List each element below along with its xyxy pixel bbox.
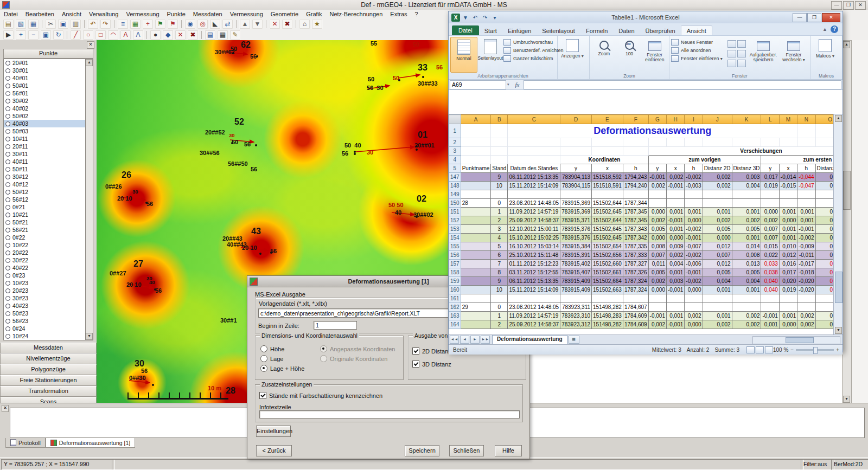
new-icon[interactable]: ▤: [3, 19, 14, 29]
column-label[interactable]: h: [797, 164, 815, 173]
cell-F158[interactable]: 1787,326: [623, 268, 648, 277]
cell-K149[interactable]: [732, 190, 761, 199]
cell[interactable]: [508, 147, 560, 156]
zoom-in-icon[interactable]: +: [15, 30, 27, 40]
cell-M149[interactable]: [779, 190, 797, 199]
menu-ansicht[interactable]: Ansicht: [58, 10, 85, 18]
cell-C164[interactable]: 25.09.2012 14:58:37: [508, 320, 560, 329]
cell-E157[interactable]: 151502,660: [592, 260, 623, 268]
sidebar-button-freiestationierungen[interactable]: Freie Stationierungen: [0, 375, 97, 386]
cell-F150[interactable]: 1787,344: [623, 199, 648, 208]
cell-G160[interactable]: 0,000: [648, 286, 666, 294]
point-list-icon[interactable]: ≡: [117, 19, 129, 29]
scroll-down-icon[interactable]: ▼: [835, 327, 842, 334]
scrollbar-thumb[interactable]: [786, 337, 814, 343]
cell-L157[interactable]: 0,033: [761, 260, 779, 268]
cell-N160[interactable]: -0,020: [797, 286, 815, 294]
split-icon[interactable]: [727, 40, 736, 48]
cell-M158[interactable]: 0,017: [779, 268, 797, 277]
cell-E158[interactable]: 151502,661: [592, 268, 623, 277]
minimize-button[interactable]: —: [831, 1, 842, 10]
point-item-10#24[interactable]: 10#24: [4, 332, 91, 340]
side-by-side-icon[interactable]: [737, 40, 746, 48]
sidebar-button-polygonzge[interactable]: Polygonzüge: [0, 364, 97, 375]
group-header[interactable]: zum vorigen: [648, 156, 761, 164]
measure-icon[interactable]: ◉: [184, 19, 196, 29]
cell-A154[interactable]: [461, 234, 491, 242]
zoom-slider-thumb[interactable]: [813, 347, 818, 354]
cell-E148[interactable]: 151518,591: [592, 182, 623, 190]
normal-view-button[interactable]: Normal: [450, 37, 477, 73]
cell-H157[interactable]: 0,004: [666, 260, 684, 268]
cell-I162[interactable]: [685, 303, 703, 312]
cell[interactable]: [666, 138, 684, 147]
cell-K152[interactable]: 0,002: [732, 216, 761, 225]
point-item-10#11[interactable]: 10#11: [4, 135, 91, 143]
cell-F160[interactable]: 1787,324: [623, 286, 648, 294]
column-label[interactable]: y: [648, 164, 666, 173]
point-item-10#22[interactable]: 10#22: [4, 241, 91, 249]
row-header-158[interactable]: 158: [449, 268, 461, 277]
cell-L156[interactable]: 0,022: [761, 251, 779, 260]
column-label[interactable]: h: [623, 164, 648, 173]
close-button[interactable]: ✕: [855, 1, 866, 10]
namebox-dropdown-icon[interactable]: ▾: [507, 82, 509, 87]
cell-A149[interactable]: [461, 190, 491, 199]
cell-J163[interactable]: 0,001: [703, 312, 732, 320]
table-icon[interactable]: ▦: [130, 19, 141, 29]
cell-J156[interactable]: 0,007: [703, 251, 732, 260]
cell[interactable]: [491, 124, 508, 138]
sidebar-button-transformation[interactable]: Transformation: [0, 386, 97, 397]
cell-B157[interactable]: 7: [491, 260, 508, 268]
row-header-156[interactable]: 156: [449, 251, 461, 260]
cell-D160[interactable]: 783915,409: [560, 286, 592, 294]
cell-D147[interactable]: 783904,113: [560, 173, 592, 182]
cell-B147[interactable]: 9: [491, 173, 508, 182]
cell-E149[interactable]: [592, 190, 623, 199]
cell-M152[interactable]: 0,000: [779, 216, 797, 225]
cell[interactable]: [508, 156, 560, 164]
cell-A155[interactable]: [461, 242, 491, 251]
cell-B161[interactable]: [491, 294, 508, 303]
cell-E150[interactable]: 151502,644: [592, 199, 623, 208]
save-icon[interactable]: ▦: [28, 19, 39, 29]
cell-D158[interactable]: 783915,407: [560, 268, 592, 277]
column-label[interactable]: Distanz 2D: [703, 164, 732, 173]
column-label[interactable]: x: [592, 164, 623, 173]
bottom-tab-deformationsauswertung[interactable]: Deformationsauswertung [1]: [46, 438, 135, 448]
cell-I159[interactable]: -0,002: [685, 277, 703, 286]
cell-H155[interactable]: 0,009: [666, 242, 684, 251]
cell-C162[interactable]: 23.08.2012 14:48:05: [508, 303, 560, 312]
settings-button[interactable]: Einstellungen: [256, 426, 291, 437]
point-item-40#01[interactable]: 40#01: [4, 74, 91, 82]
point-item-30#02[interactable]: 30#02: [4, 97, 91, 105]
cell-K164[interactable]: 0,002: [732, 320, 761, 329]
cell-A159[interactable]: [461, 277, 491, 286]
show-window-icon[interactable]: [727, 60, 736, 67]
cell[interactable]: [592, 147, 623, 156]
cell-F148[interactable]: 1794,240: [623, 182, 648, 190]
ribbon-tab-daten[interactable]: Daten: [613, 26, 640, 35]
row-header-5[interactable]: 5: [449, 164, 461, 173]
point-item-40#03[interactable]: 40#03: [4, 120, 91, 127]
cell-C153[interactable]: 12.10.2012 15:00:11: [508, 225, 560, 234]
cell[interactable]: [623, 138, 648, 147]
cell-A161[interactable]: [461, 294, 491, 303]
delete-all-icon[interactable]: ✖: [282, 19, 293, 29]
cell-F149[interactable]: [623, 190, 648, 199]
verschiebungen-header[interactable]: Verschiebungen: [648, 147, 843, 156]
cell-J147[interactable]: 0,002: [703, 173, 732, 182]
cell-F162[interactable]: 1784,607: [623, 303, 648, 312]
excel-titlebar[interactable]: X ▼ ↶ ↷ ▾ Tabelle1 - Microsoft Excel — ❐…: [449, 11, 843, 23]
point-item-50#11[interactable]: 50#11: [4, 165, 91, 173]
cell-K154[interactable]: 0,001: [732, 234, 761, 242]
menu-extras[interactable]: Extras: [386, 10, 411, 18]
text-tool-icon[interactable]: A: [120, 30, 131, 40]
row-header-164[interactable]: 164: [449, 320, 461, 329]
cell[interactable]: [797, 124, 815, 138]
maximize-button[interactable]: ❐: [843, 1, 854, 10]
cell-F161[interactable]: [623, 294, 648, 303]
start-row-input[interactable]: [314, 321, 357, 330]
cell-K161[interactable]: [732, 294, 761, 303]
cell-N158[interactable]: -0,018: [797, 268, 815, 277]
